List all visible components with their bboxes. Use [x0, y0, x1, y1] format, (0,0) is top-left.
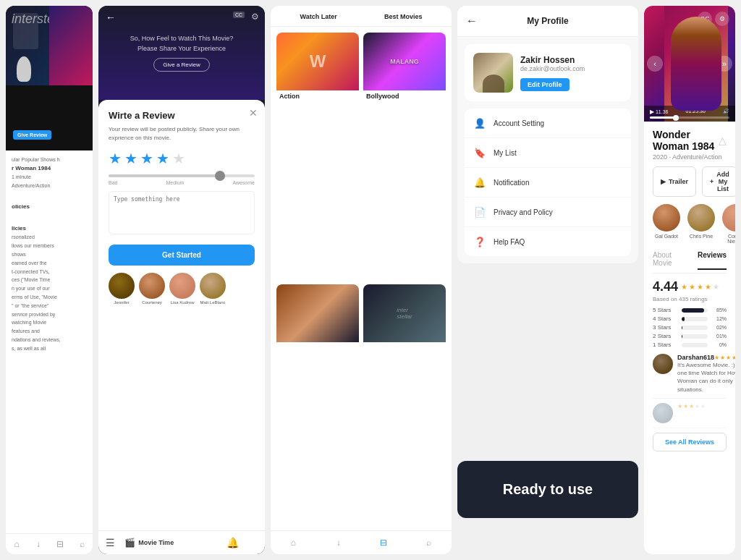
- category-grid: W Action MALANG Bollywood interstellar: [271, 27, 452, 530]
- category-ford[interactable]: [276, 284, 359, 525]
- review-star-3: ★: [726, 355, 731, 361]
- bookmark-icon[interactable]: ⊟: [54, 538, 66, 550]
- label-4stars: 4 Stars: [653, 315, 679, 322]
- star-4[interactable]: ★: [156, 150, 169, 167]
- download-icon-p3[interactable]: ↓: [333, 537, 344, 548]
- movie-duration: 1 minute: [12, 174, 87, 181]
- give-review-button[interactable]: Give a Review: [153, 58, 210, 72]
- reviewer-name-1: Darshan618: [677, 354, 714, 361]
- review-modal: Wirte a Review ✕ Your review will be pos…: [98, 100, 265, 530]
- download-icon[interactable]: ↓: [33, 538, 44, 550]
- account-setting-label: Account Setting: [494, 119, 544, 127]
- bg-prompt-text: So, How Feel to Watch This Movie? Please…: [130, 34, 234, 54]
- cast-chris: Chris Pine: [687, 204, 715, 244]
- cast-avatar-jennifer: [109, 273, 135, 299]
- menu-help[interactable]: ❓ Help FAQ: [465, 227, 631, 256]
- profile-email: de.zakir@outlook.com: [520, 65, 622, 72]
- policy-line-10: service provided by: [12, 311, 87, 318]
- cast-connie: Connie Nielsen: [722, 204, 735, 244]
- slider-fill: [109, 174, 219, 177]
- hamburger-icon[interactable]: ☰: [106, 537, 115, 548]
- cast-name-chris: Chris Pine: [687, 234, 715, 239]
- movie-genre: Adventure/Action: [12, 182, 87, 190]
- search-icon-p3[interactable]: ⌕: [423, 537, 435, 548]
- plus-icon: +: [710, 178, 714, 185]
- based-on-text: Based on 435 ratings: [653, 296, 727, 302]
- rstar-4: ★: [705, 283, 711, 291]
- cast-photo-connie: [722, 204, 735, 232]
- cast-item-4: Matt LeBlanc: [200, 273, 226, 305]
- settings-button[interactable]: ⚙: [715, 12, 729, 26]
- slider-thumb[interactable]: [215, 171, 225, 181]
- menu-my-list[interactable]: 🔖 My List: [465, 138, 631, 168]
- cast-item-3: Lisa Kudrow: [169, 273, 195, 305]
- track-2stars: [682, 334, 708, 339]
- category-bollywood[interactable]: MALANG Bollywood: [363, 33, 446, 280]
- pct-4stars: 12%: [711, 316, 727, 321]
- panel-profile: ← My Profile Zakir Hossen de.zakir@outlo…: [457, 6, 638, 263]
- review-textarea[interactable]: [109, 191, 255, 234]
- rating-slider[interactable]: Bad Medium Awesome: [109, 174, 255, 185]
- add-my-list-button[interactable]: + Add My List: [702, 166, 735, 197]
- policies-content: ular Popular Shows h r Woman 1984 1 minu…: [6, 150, 93, 533]
- tab-reviews[interactable]: Reviews: [698, 251, 727, 270]
- edit-profile-button[interactable]: Edit Profile: [520, 78, 569, 91]
- progress-dot[interactable]: [673, 115, 679, 121]
- bell-icon[interactable]: 🔔: [226, 537, 239, 548]
- menu-privacy[interactable]: 📄 Privacy and Policy: [465, 198, 631, 227]
- home-icon[interactable]: ⌂: [11, 538, 22, 550]
- policy-line-14: s, as well as all: [12, 345, 87, 352]
- rv2-star-2: ★: [683, 403, 688, 410]
- pct-1star: 0%: [711, 342, 727, 347]
- profile-info: Zakir Hossen de.zakir@outlook.com Edit P…: [520, 55, 622, 91]
- panel-review: ← CC ⚙ So, How Feel to Watch This Movie?…: [98, 6, 265, 554]
- policy-line-5: t-connected TVs,: [12, 268, 87, 276]
- tab-about-movie[interactable]: About Movie: [653, 251, 686, 270]
- home-icon-p3[interactable]: ⌂: [287, 537, 299, 548]
- interstellar-label: [363, 342, 446, 347]
- policy-line-11: watching Movie: [12, 319, 87, 326]
- policy-line-7: n your use of our: [12, 285, 87, 292]
- cast-name-gal: Gal Gadot: [653, 234, 680, 239]
- category-action[interactable]: W Action: [276, 33, 359, 280]
- star-rating-row[interactable]: ★ ★ ★ ★ ★: [109, 150, 255, 167]
- review-star-1: ★: [714, 355, 719, 361]
- prev-button[interactable]: ‹: [647, 56, 663, 72]
- astronaut-figure: [17, 56, 31, 82]
- back-arrow-icon[interactable]: ←: [106, 12, 116, 23]
- category-interstellar[interactable]: interstellar: [363, 284, 446, 525]
- settings-icon[interactable]: ⚙: [251, 12, 259, 22]
- see-all-reviews-button[interactable]: See All Reviews: [653, 433, 727, 451]
- close-modal-button[interactable]: ✕: [249, 107, 258, 119]
- cast-avatar-lisa: [169, 273, 195, 299]
- star-3[interactable]: ★: [140, 150, 153, 167]
- bar-4stars: 4 Stars 12%: [653, 315, 727, 322]
- panel-policies: interstellar Give Review ular Popular Sh…: [6, 6, 93, 554]
- star-1[interactable]: ★: [109, 150, 122, 167]
- ready-to-use-text: Ready to use: [472, 481, 624, 498]
- progress-track[interactable]: [650, 116, 729, 119]
- get-started-button[interactable]: Get Started: [109, 245, 255, 266]
- review-bg-header: ← CC ⚙ So, How Feel to Watch This Movie?…: [98, 6, 265, 100]
- cast-photo-chris: [687, 204, 715, 232]
- trailer-button[interactable]: ▶ Trailer: [653, 166, 696, 197]
- menu-account-setting[interactable]: 👤 Account Setting: [465, 109, 631, 138]
- action-thumbnail: W: [276, 33, 359, 90]
- bar-3stars: 3 Stars 02%: [653, 324, 727, 331]
- star-5[interactable]: ★: [172, 150, 185, 167]
- bookmark-movie-icon[interactable]: △: [719, 135, 727, 146]
- panel3-top-bar: Watch Later Best Movies: [271, 6, 452, 27]
- tabs-row: About Movie Reviews: [653, 251, 727, 273]
- label-awesome: Awesome: [232, 180, 255, 185]
- bollywood-thumbnail: MALANG: [363, 33, 446, 90]
- volume-icon[interactable]: 🔊: [723, 109, 729, 115]
- star-2[interactable]: ★: [124, 150, 137, 167]
- profile-photo: [473, 53, 513, 93]
- search-icon[interactable]: ⌕: [76, 538, 88, 550]
- menu-notification[interactable]: 🔔 Notification: [465, 168, 631, 198]
- back-arrow-button[interactable]: ←: [466, 14, 478, 27]
- bookmark-active-icon-p3[interactable]: ⊟: [378, 537, 389, 548]
- help-icon: ❓: [473, 235, 486, 248]
- fill-3stars: [682, 326, 682, 330]
- modal-title: Wirte a Review: [109, 110, 255, 121]
